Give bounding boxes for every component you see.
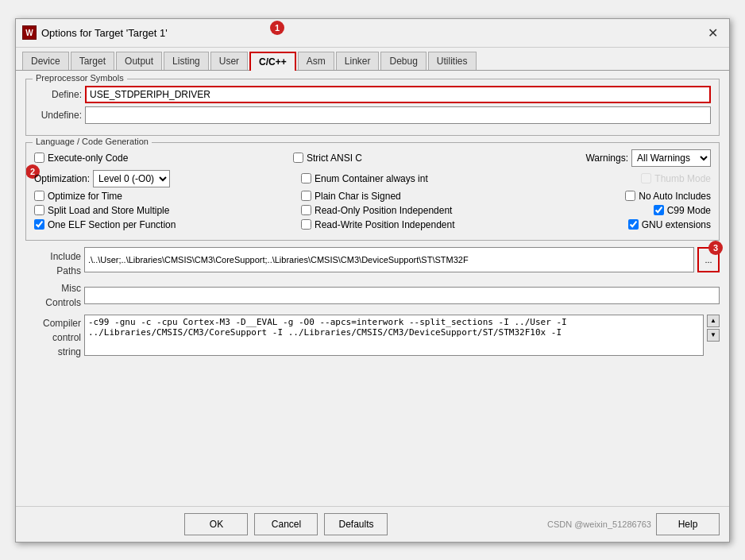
enum-container-checkbox[interactable]: [301, 173, 311, 183]
warnings-label: Warnings:: [585, 153, 628, 164]
split-load-label: Split Load and Store Multiple: [48, 205, 169, 216]
define-label: Define:: [34, 89, 82, 100]
c99-mode-label: C99 Mode: [667, 205, 711, 216]
preprocessor-section: Preprocessor Symbols Define: Undefine:: [25, 79, 720, 136]
compiler-string-label: Compilercontrolstring: [25, 315, 81, 359]
no-auto-includes-checkbox[interactable]: [625, 191, 635, 201]
tab-cpp[interactable]: C/C++: [249, 52, 296, 71]
badge-3: 3: [708, 241, 723, 255]
plain-char-checkbox[interactable]: [301, 191, 311, 201]
readonly-pos-ind-label: Read-Only Position Independent: [315, 205, 452, 216]
readonly-pos-ind-checkbox[interactable]: [301, 205, 311, 215]
main-content: 2 Preprocessor Symbols Define: Undefine:…: [16, 71, 729, 506]
watermark: CSDN @weixin_51286763: [547, 519, 651, 529]
execute-only-label: Execute-only Code: [48, 153, 128, 164]
cancel-button[interactable]: Cancel: [254, 513, 318, 535]
compiler-string-textarea[interactable]: -c99 -gnu -c -cpu Cortex-M3 -D__EVAL -g …: [84, 315, 704, 356]
tab-asm[interactable]: Asm: [298, 52, 334, 70]
close-button[interactable]: ✕: [703, 24, 723, 42]
tab-linker[interactable]: Linker: [336, 52, 380, 70]
defaults-button[interactable]: Defaults: [324, 513, 388, 535]
gnu-extensions-label: GNU extensions: [642, 219, 711, 230]
misc-controls-row: MiscControls: [25, 281, 720, 310]
tab-target[interactable]: Target: [71, 52, 114, 70]
optimization-select[interactable]: Level 0 (-O0) Level 1 (-O1) Level 2 (-O2…: [93, 170, 170, 187]
language-section: Language / Code Generation Execute-only …: [25, 142, 720, 241]
misc-controls-input[interactable]: [84, 287, 720, 304]
tab-output[interactable]: Output: [116, 52, 162, 70]
badge-1: 1: [270, 21, 284, 35]
define-row: Define:: [34, 86, 711, 103]
include-paths-input[interactable]: [84, 247, 694, 272]
tab-utilities[interactable]: Utilities: [428, 52, 477, 70]
app-icon: W: [22, 25, 37, 40]
compiler-scroll-buttons: ▲ ▼: [707, 315, 720, 342]
tab-debug[interactable]: Debug: [380, 52, 426, 70]
language-title: Language / Code Generation: [33, 137, 152, 146]
readwrite-pos-ind-label: Read-Write Position Independent: [315, 219, 455, 230]
dialog-title: Options for Target 'Target 1': [41, 27, 168, 39]
define-input[interactable]: [85, 86, 711, 103]
title-bar: W Options for Target 'Target 1' 1 ✕: [16, 19, 729, 48]
bottom-bar: OK Cancel Defaults CSDN @weixin_51286763…: [16, 506, 729, 542]
compiler-string-row: Compilercontrolstring -c99 -gnu -c -cpu …: [25, 315, 720, 359]
optimize-time-label: Optimize for Time: [48, 191, 122, 202]
undefine-label: Undefine:: [34, 110, 82, 121]
c99-mode-checkbox[interactable]: [654, 205, 664, 215]
tab-device[interactable]: Device: [22, 52, 69, 70]
enum-container-label: Enum Container always int: [315, 173, 428, 184]
scroll-down-button[interactable]: ▼: [707, 329, 720, 342]
tab-listing[interactable]: Listing: [164, 52, 209, 70]
one-elf-checkbox[interactable]: [34, 219, 44, 230]
readwrite-pos-ind-checkbox[interactable]: [301, 219, 311, 230]
optimize-time-checkbox[interactable]: [34, 191, 44, 201]
ok-button[interactable]: OK: [184, 513, 248, 535]
optimization-label: Optimization:: [34, 173, 90, 184]
action-buttons: OK Cancel Defaults: [25, 513, 547, 535]
undefine-row: Undefine:: [34, 106, 711, 124]
title-bar-left: W Options for Target 'Target 1': [22, 25, 168, 40]
include-paths-label: IncludePaths: [50, 251, 81, 276]
one-elf-label: One ELF Section per Function: [48, 219, 176, 230]
gnu-extensions-checkbox[interactable]: [628, 219, 639, 230]
help-button[interactable]: Help: [656, 513, 720, 535]
warnings-select[interactable]: All Warnings No Warnings Unspecified: [631, 149, 711, 167]
no-auto-includes-label: No Auto Includes: [639, 191, 711, 202]
undefine-input[interactable]: [85, 106, 711, 124]
execute-only-checkbox[interactable]: [34, 153, 44, 163]
tabs-bar: Device Target Output Listing User C/C++ …: [16, 48, 729, 71]
preprocessor-title: Preprocessor Symbols: [33, 73, 127, 83]
scroll-up-button[interactable]: ▲: [707, 315, 720, 327]
strict-ansi-label: Strict ANSI C: [307, 153, 362, 164]
strict-ansi-checkbox[interactable]: [293, 153, 303, 163]
include-paths-row: IncludePaths ... 3: [25, 247, 720, 278]
split-load-checkbox[interactable]: [34, 205, 44, 215]
misc-controls-label: MiscControls: [25, 281, 81, 310]
tab-user[interactable]: User: [210, 52, 248, 70]
thumb-mode-label: Thumb Mode: [654, 173, 711, 184]
dialog: W Options for Target 'Target 1' 1 ✕ Devi…: [15, 18, 730, 543]
thumb-mode-checkbox[interactable]: [641, 173, 651, 183]
plain-char-label: Plain Char is Signed: [315, 191, 401, 202]
